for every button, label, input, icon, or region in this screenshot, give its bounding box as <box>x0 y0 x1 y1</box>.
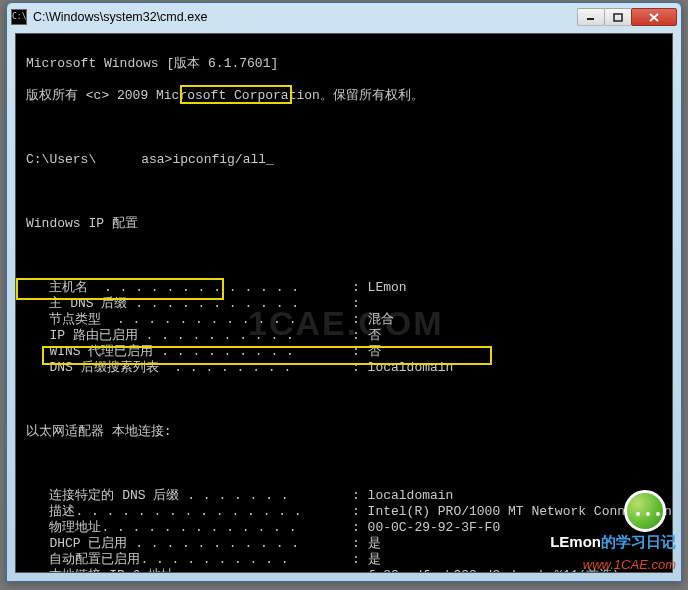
host-row: 节点类型 . . . . . . . . . . . . : 混合 <box>26 312 666 328</box>
overlay-url: www.1CAE.com <box>583 557 676 572</box>
cmd-icon: C:\ <box>11 9 27 25</box>
host-row: IP 路由已启用 . . . . . . . . . . : 否 <box>26 328 666 344</box>
window-title: C:\Windows\system32\cmd.exe <box>33 10 578 24</box>
titlebar[interactable]: C:\ C:\Windows\system32\cmd.exe <box>7 3 681 31</box>
copyright-line: 版权所有 <c> 2009 Microsoft Corporation。保留所有… <box>26 88 424 103</box>
host-label: 主 DNS 后缀 . . . . . . . . . . . <box>26 296 307 311</box>
maximize-button[interactable] <box>604 8 632 26</box>
host-label: WINS 代理已启用 . . . . . . . . . <box>26 344 302 359</box>
host-label: 主机名 . . . . . . . . . . . . . <box>26 280 307 295</box>
adapter-row: 本地链接 IPv6 地址. . . . . . . . : fe80::dfa:… <box>26 568 666 573</box>
adapter-value: : 是 <box>352 536 381 552</box>
adapter-row: 自动配置已启用. . . . . . . . . . : 是 <box>26 552 666 568</box>
host-value: : 否 <box>352 344 381 360</box>
adapter-label: 本地链接 IPv6 地址. . . . . . . . <box>26 568 299 573</box>
host-row: DNS 后缀搜索列表 . . . . . . . . : localdomain <box>26 360 666 376</box>
adapter-value: : localdomain <box>352 488 453 504</box>
adapter-value: : fe80::dfa:b332:d3ed:ccbe%11(首选) <box>352 568 620 573</box>
cursor: _ <box>266 152 274 167</box>
host-row: 主 DNS 后缀 . . . . . . . . . . . : <box>26 296 666 312</box>
host-value: : <box>352 296 360 312</box>
adapter-row: 连接特定的 DNS 后缀 . . . . . . . : localdomain <box>26 488 666 504</box>
wechat-icon[interactable] <box>624 490 666 532</box>
caption-name: LEmon <box>550 533 601 550</box>
minimize-button[interactable] <box>577 8 605 26</box>
overlay-caption: LEmon的学习日记 <box>550 533 676 552</box>
section-adapter: 以太网适配器 本地连接: <box>26 424 172 439</box>
adapter-label: 自动配置已启用. . . . . . . . . . <box>26 552 296 567</box>
host-row: WINS 代理已启用 . . . . . . . . . : 否 <box>26 344 666 360</box>
adapter-label: DHCP 已启用 . . . . . . . . . . . <box>26 536 307 551</box>
prompt-user: asa> <box>141 152 172 167</box>
window-buttons <box>578 8 677 26</box>
adapter-row: 描述. . . . . . . . . . . . . . . : Intel(… <box>26 504 666 520</box>
host-value: : LEmon <box>352 280 407 296</box>
terminal-output: Microsoft Windows [版本 6.1.7601] 版权所有 <c>… <box>16 34 672 573</box>
prompt-prefix: C:\Users\ <box>26 152 96 167</box>
adapter-value: : 是 <box>352 552 381 568</box>
adapter-value: : 00-0C-29-92-3F-F0 <box>352 520 500 536</box>
close-button[interactable] <box>631 8 677 26</box>
host-row: 主机名 . . . . . . . . . . . . . : LEmon <box>26 280 666 296</box>
chat-dots-icon <box>636 512 640 516</box>
caption-suffix: 的学习日记 <box>601 533 676 550</box>
adapter-label: 连接特定的 DNS 后缀 . . . . . . . <box>26 488 296 503</box>
prompt-command: ipconfig/all <box>172 152 266 167</box>
user-redacted <box>96 153 141 166</box>
host-value: : localdomain <box>352 360 453 376</box>
host-label: 节点类型 . . . . . . . . . . . . <box>26 312 304 327</box>
host-label: IP 路由已启用 . . . . . . . . . . <box>26 328 302 343</box>
version-line: Microsoft Windows [版本 6.1.7601] <box>26 56 278 71</box>
adapter-label: 描述. . . . . . . . . . . . . . . <box>26 504 309 519</box>
cmd-window: C:\ C:\Windows\system32\cmd.exe 1CAE.COM… <box>6 2 682 582</box>
host-label: DNS 后缀搜索列表 . . . . . . . . <box>26 360 299 375</box>
adapter-label: 物理地址. . . . . . . . . . . . . <box>26 520 304 535</box>
host-value: : 否 <box>352 328 381 344</box>
host-value: : 混合 <box>352 312 394 328</box>
svg-rect-1 <box>614 14 622 21</box>
terminal-client-area[interactable]: 1CAE.COM Microsoft Windows [版本 6.1.7601]… <box>15 33 673 573</box>
section-ipconfig: Windows IP 配置 <box>26 216 138 231</box>
